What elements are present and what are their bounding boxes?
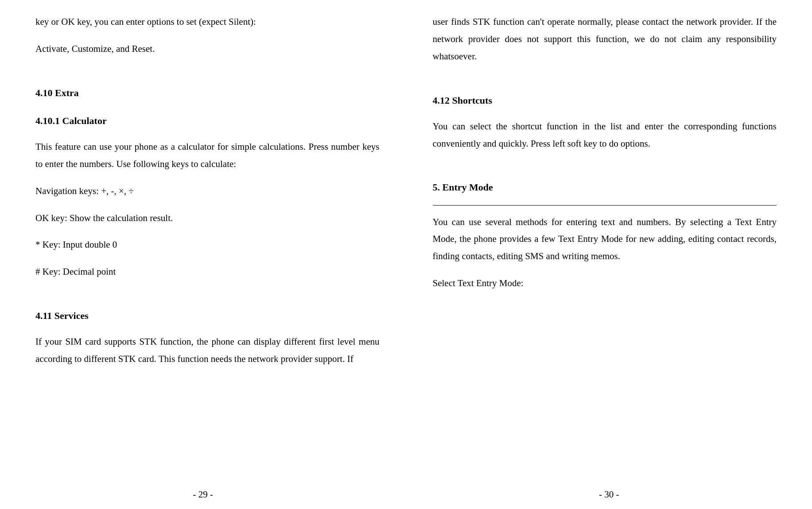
gap-3 bbox=[433, 75, 777, 93]
entry-mode-p2: Select Text Entry Mode: bbox=[433, 275, 777, 292]
footer: - 29 - - 30 - bbox=[0, 485, 812, 509]
footer-left: - 29 - bbox=[0, 485, 406, 509]
section-410-title: 4.10 Extra bbox=[35, 85, 380, 101]
gap-4 bbox=[433, 162, 777, 179]
calculator-p4: * Key: Input double 0 bbox=[35, 236, 380, 253]
section-412-title: 4.12 Shortcuts bbox=[433, 93, 777, 108]
footer-right: - 30 - bbox=[406, 485, 812, 509]
intro-text-2: Activate, Customize, and Reset. bbox=[35, 40, 380, 58]
services-p1: If your SIM card supports STK function, … bbox=[35, 333, 380, 368]
calculator-p5: # Key: Decimal point bbox=[35, 263, 380, 280]
calculator-p1: This feature can use your phone as a cal… bbox=[35, 138, 380, 173]
left-column: key or OK key, you can enter options to … bbox=[0, 0, 406, 485]
right-column: user finds STK function can't operate no… bbox=[406, 0, 812, 485]
entry-mode-p1: You can use several methods for entering… bbox=[433, 214, 777, 265]
section-divider bbox=[433, 205, 777, 206]
calculator-p3: OK key: Show the calculation result. bbox=[35, 210, 380, 227]
section-5-title: 5. Entry Mode bbox=[433, 179, 777, 195]
section-411-title: 4.11 Services bbox=[35, 308, 380, 323]
section-4101-title: 4.10.1 Calculator bbox=[35, 113, 380, 128]
gap-1 bbox=[35, 67, 380, 85]
services-cont: user finds STK function can't operate no… bbox=[433, 13, 777, 65]
intro-text-1: key or OK key, you can enter options to … bbox=[35, 13, 380, 31]
shortcuts-p1: You can select the shortcut function in … bbox=[433, 118, 777, 152]
calculator-p2: Navigation keys: +, -, ×, ÷ bbox=[35, 183, 380, 200]
gap-2 bbox=[35, 290, 380, 308]
